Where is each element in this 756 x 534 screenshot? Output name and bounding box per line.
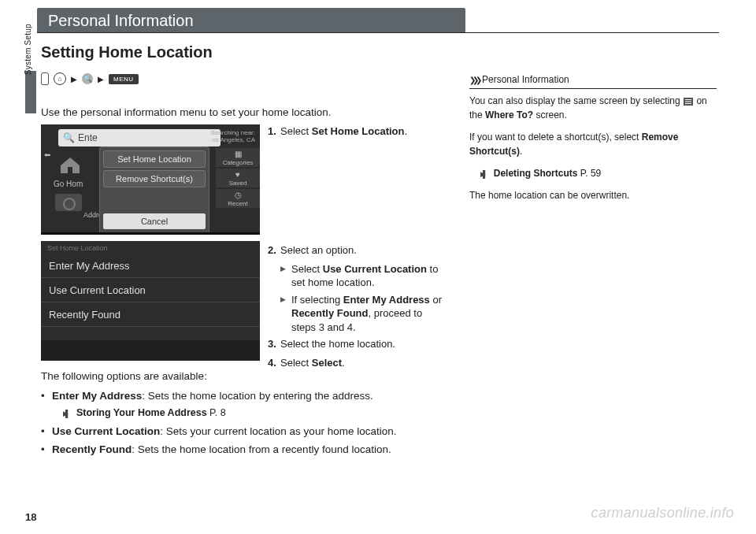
saved-tile: ♥Saved (216, 169, 260, 187)
recent-tile: ◷Recent (216, 189, 260, 208)
camera-icon (55, 194, 82, 211)
manual-page: { "header": "Personal Information", "sid… (0, 0, 756, 534)
searching-near-label: Searching near: os Angeles, CA (211, 129, 255, 143)
go-home-label: Go Hom (54, 180, 83, 188)
option-enter-my-address: Enter My Address (41, 254, 260, 278)
step-1: 1. Select Set Home Location. (268, 124, 449, 139)
option-use-current-location: Use Current Location (41, 278, 260, 302)
bullet-recently-found: Recently Found: Sets the home location f… (41, 443, 450, 458)
search-text: Ente (78, 132, 98, 143)
device-screenshot-1: 🔍 Ente Searching near: os Angeles, CA ⬅ … (41, 124, 260, 235)
chevron-right-icon: ▶ (98, 75, 104, 83)
bottom-bar (41, 340, 260, 361)
menu-badge: MENU (109, 74, 139, 84)
back-arrow-icon: ⬅ (44, 150, 50, 159)
categories-tile: ▦Categories (216, 148, 260, 167)
step-2-sub-2: If selecting Enter My Address or Recentl… (280, 293, 449, 335)
grid-icon: ▦ (235, 150, 242, 158)
popup-option-remove-shortcut: Remove Shortcut(s) (103, 170, 206, 187)
search-round-icon: 🔍 (82, 73, 93, 84)
bullet-use-current-location: Use Current Location: Sets your current … (41, 425, 450, 439)
right-side-column: ▦Categories ♥Saved ◷Recent (216, 148, 260, 208)
options-intro: The following options are available: (41, 370, 207, 382)
search-icon: 🔍 (63, 132, 75, 143)
screen2-title: Set Home Location (41, 241, 260, 254)
info-header: ❯❯❯ Personal Information (469, 72, 717, 89)
side-tab-block (25, 71, 36, 113)
ref-deleting-shortcuts: Deleting Shortcuts P. 59 (480, 166, 717, 180)
heart-icon: ♥ (235, 170, 240, 179)
step-list-2: 2. Select an option. Select Use Current … (268, 243, 449, 374)
step-4: 4. Select Select. (268, 356, 449, 370)
section-title: Setting Home Location (41, 43, 213, 61)
popup-menu: Set Home Location Remove Shortcut(s) Can… (99, 146, 209, 233)
popup-cancel-button: Cancel (103, 213, 206, 229)
device-screenshot-2: Set Home Location Enter My Address Use C… (41, 241, 260, 361)
info-paragraph-3: The home location can be overwritten. (469, 188, 717, 202)
header-rule (37, 32, 719, 33)
step-2: 2. Select an option. (268, 243, 449, 258)
step-2-sub-1: Select Use Current Location to set home … (280, 262, 449, 290)
search-bar: 🔍 Ente (58, 129, 220, 146)
side-tab-label: System Setup (24, 24, 32, 75)
menu-icon (684, 98, 693, 106)
popup-option-set-home: Set Home Location (103, 150, 206, 168)
info-paragraph-1: You can also display the same screen by … (469, 94, 717, 122)
option-recently-found: Recently Found (41, 302, 260, 327)
step-3: 3. Select the home location. (268, 337, 449, 351)
info-paragraph-2: If you want to delete a shortcut(s), sel… (469, 130, 717, 158)
page-number: 18 (25, 511, 36, 523)
bullet-enter-my-address: Enter My Address: Sets the home location… (41, 389, 450, 404)
ref-storing-home-address: Storing Your Home Address P. 8 (63, 407, 450, 418)
side-info-column: ❯❯❯ Personal Information You can also di… (469, 72, 717, 210)
house-icon (58, 156, 82, 175)
intro-text: Use the personal information menu to set… (41, 106, 331, 118)
chapter-header: Personal Information (37, 8, 465, 33)
clock-icon: ◷ (235, 191, 242, 199)
triple-chevron-icon: ❯❯❯ (469, 74, 479, 86)
pointer-icon (41, 72, 49, 85)
key-sequence: ⌂ ▶ 🔍 ▶ MENU (41, 72, 139, 85)
bottom-bar (41, 232, 260, 235)
step-list-1: 1. Select Set Home Location. (268, 124, 449, 143)
home-button-icon: ⌂ (54, 72, 66, 85)
options-bullets: Enter My Address: Sets the home location… (41, 386, 450, 461)
chevron-right-icon: ▶ (71, 75, 77, 83)
watermark: carmanualsonline.info (591, 505, 734, 521)
